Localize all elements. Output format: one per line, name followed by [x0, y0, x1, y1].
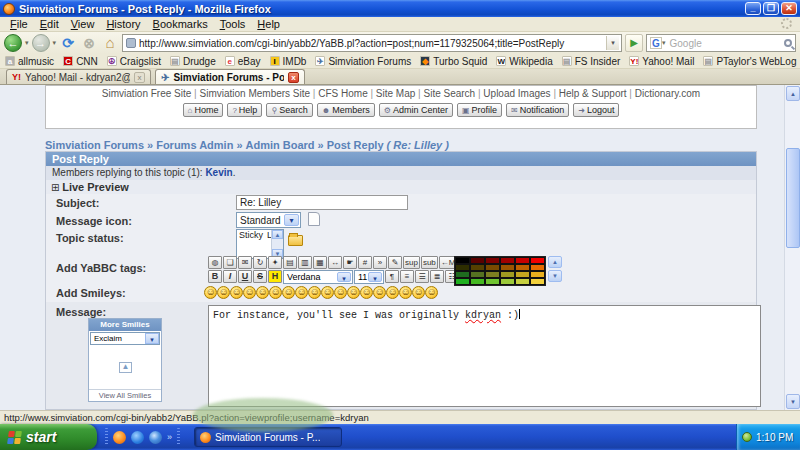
- subject-input[interactable]: Re: Lilley: [236, 195, 408, 210]
- color-swatch[interactable]: [455, 257, 470, 264]
- tray-status-icon[interactable]: [742, 432, 752, 442]
- font-size-select[interactable]: 11: [354, 270, 384, 284]
- message-icon-select[interactable]: Standard: [236, 212, 301, 228]
- scroll-down-icon[interactable]: ▼: [786, 394, 800, 409]
- back-dropdown-icon[interactable]: ▾: [25, 39, 29, 47]
- yabbc-tag-button[interactable]: ▦: [313, 256, 327, 269]
- color-swatch[interactable]: [470, 278, 485, 285]
- font-select[interactable]: Verdana: [283, 270, 353, 284]
- yabbc-tag-button[interactable]: »: [373, 256, 387, 269]
- color-swatch[interactable]: [485, 264, 500, 271]
- bookmark-item[interactable]: ▤ Drudge: [170, 56, 216, 67]
- color-swatch[interactable]: [530, 271, 545, 278]
- color-swatch[interactable]: [515, 264, 530, 271]
- site-link[interactable]: Site Search: [423, 88, 483, 99]
- smiley-icon[interactable]: [243, 286, 256, 299]
- smiley-icon[interactable]: [256, 286, 269, 299]
- bookmark-item[interactable]: W Wikipedia: [496, 56, 552, 67]
- smiley-icon[interactable]: [295, 286, 308, 299]
- yabbc-tag-button[interactable]: ↔: [328, 256, 342, 269]
- yabbc-tag-button[interactable]: #: [358, 256, 372, 269]
- align-button[interactable]: ≣: [430, 270, 444, 283]
- yabbc-tag-button[interactable]: ❏: [223, 256, 237, 269]
- breadcrumb-post-reply[interactable]: Post Reply: [327, 139, 384, 151]
- breadcrumb-forums-admin[interactable]: Forums Admin: [156, 139, 233, 151]
- topic-status-option[interactable]: Sticky: [237, 230, 265, 240]
- media-quicklaunch-icon[interactable]: [149, 431, 162, 444]
- bookmark-item[interactable]: Y! Yahoo! Mail: [629, 56, 694, 67]
- chevron-icon[interactable]: »: [167, 432, 172, 442]
- format-button[interactable]: S: [253, 270, 267, 283]
- forum-nav-button[interactable]: ✉ Notification: [506, 103, 569, 117]
- scrollbar-thumb[interactable]: [786, 148, 800, 248]
- go-button[interactable]: ▶: [625, 34, 643, 52]
- message-textarea[interactable]: For instance, you'll see I was originall…: [208, 305, 761, 407]
- color-swatch[interactable]: [470, 271, 485, 278]
- search-icon[interactable]: [784, 39, 792, 47]
- smiley-icon[interactable]: [217, 286, 230, 299]
- yabbc-tag-button[interactable]: ↻: [253, 256, 267, 269]
- bookmark-item[interactable]: ◆ Turbo Squid: [420, 56, 487, 67]
- smiley-icon[interactable]: [308, 286, 321, 299]
- menu-item[interactable]: View: [65, 18, 101, 30]
- live-preview-toggle[interactable]: ⊞ Live Preview: [46, 180, 756, 194]
- search-box[interactable]: G ▾ Google: [646, 34, 796, 52]
- palette-up-icon[interactable]: ▲: [548, 256, 562, 268]
- format-button[interactable]: H: [268, 270, 282, 283]
- smiley-icon[interactable]: [347, 286, 360, 299]
- menu-item[interactable]: File: [4, 18, 34, 30]
- breadcrumb-forums[interactable]: Simviation Forums: [45, 139, 144, 151]
- color-swatch[interactable]: [515, 278, 530, 285]
- view-all-smilies-link[interactable]: View All Smilies: [89, 389, 161, 401]
- tab-simviation-forums[interactable]: ✈ Simviation Forums - Post Reply x: [155, 69, 305, 84]
- color-swatch[interactable]: [455, 271, 470, 278]
- yabbc-tag-button[interactable]: ✉: [238, 256, 252, 269]
- menu-item[interactable]: Tools: [214, 18, 252, 30]
- smiley-icon[interactable]: [334, 286, 347, 299]
- color-swatch[interactable]: [500, 271, 515, 278]
- align-button[interactable]: ¶: [385, 270, 399, 283]
- tab-yahoo-mail[interactable]: Y! Yahoo! Mail - kdryan2@yahoo.com x: [6, 69, 151, 84]
- smiley-icon[interactable]: [204, 286, 217, 299]
- smiley-icon[interactable]: [230, 286, 243, 299]
- yabbc-tag-button[interactable]: ☛: [343, 256, 357, 269]
- color-swatch[interactable]: [530, 257, 545, 264]
- smiley-icon[interactable]: [282, 286, 295, 299]
- ie-quicklaunch-icon[interactable]: [131, 431, 144, 444]
- tab-close-icon[interactable]: x: [134, 72, 145, 83]
- google-icon[interactable]: G: [650, 37, 662, 49]
- color-swatch[interactable]: [500, 264, 515, 271]
- topic-status-listbox[interactable]: StickyLockHide ▲▼: [236, 229, 284, 259]
- color-swatch[interactable]: [500, 257, 515, 264]
- color-swatch[interactable]: [500, 278, 515, 285]
- site-link[interactable]: Simviation Members Site: [200, 88, 319, 99]
- back-button[interactable]: ←: [4, 34, 22, 52]
- reload-button[interactable]: ⟳: [59, 34, 77, 52]
- restore-button[interactable]: ❐: [763, 2, 779, 15]
- forum-nav-button[interactable]: ? Help: [227, 103, 262, 117]
- menu-item[interactable]: Bookmarks: [147, 18, 214, 30]
- toolbar-grip[interactable]: [177, 428, 180, 446]
- url-text[interactable]: http://www.simviation.com/cgi-bin/yabb2/…: [139, 38, 606, 49]
- yabbc-tag-button[interactable]: ▤: [283, 256, 297, 269]
- forum-nav-button[interactable]: ➜ Logout: [573, 103, 619, 117]
- bookmark-item[interactable]: e eBay: [225, 56, 261, 67]
- yabbc-tag-button[interactable]: ▥: [298, 256, 312, 269]
- firefox-quicklaunch-icon[interactable]: [113, 431, 126, 444]
- color-swatch[interactable]: [470, 257, 485, 264]
- smiley-icon[interactable]: [269, 286, 282, 299]
- format-button[interactable]: U: [238, 270, 252, 283]
- listbox-scrollbar[interactable]: ▲▼: [271, 230, 283, 258]
- toolbar-grip[interactable]: [105, 428, 108, 446]
- close-button[interactable]: ✕: [781, 2, 797, 15]
- color-swatch[interactable]: [515, 257, 530, 264]
- color-swatch[interactable]: [485, 271, 500, 278]
- yabbc-tag-button[interactable]: ✎: [388, 256, 402, 269]
- color-swatch[interactable]: [530, 264, 545, 271]
- forward-dropdown-icon[interactable]: ▾: [53, 39, 57, 47]
- bookmark-item[interactable]: ☮ Craigslist: [107, 56, 161, 67]
- format-button[interactable]: B: [208, 270, 222, 283]
- bookmark-item[interactable]: a allmusic: [5, 56, 54, 67]
- smiley-icon[interactable]: [321, 286, 334, 299]
- site-link[interactable]: Dictionary.com: [635, 88, 700, 99]
